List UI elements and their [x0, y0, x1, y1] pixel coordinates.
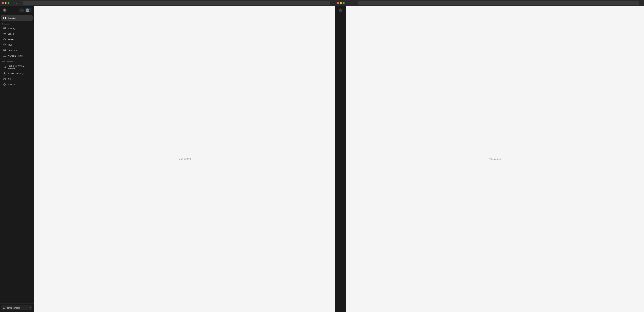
sidebar-item-consul-label: Consul	[8, 33, 14, 35]
traffic-lights-right	[337, 2, 345, 4]
sidebar-item-terraform[interactable]: Terraform	[1, 48, 33, 53]
org-selector[interactable]: acme-sandbox ▾	[1, 305, 32, 311]
hvn-icon	[3, 66, 6, 68]
svg-rect-12	[4, 78, 6, 80]
help-button[interactable]: ? ▾	[19, 8, 24, 12]
sidebar-item-overview-label: Overview	[8, 17, 16, 19]
page-content-left: Page content	[178, 158, 191, 160]
sidebar-item-waypoint[interactable]: Waypoint Beta	[1, 53, 33, 58]
sidebar-item-boundry-label: Boundry	[8, 27, 16, 29]
hashicorp-logo-right: H	[338, 8, 343, 13]
svg-text:H: H	[340, 9, 341, 11]
svg-point-8	[4, 67, 4, 67]
forward-button[interactable]: ›	[15, 1, 18, 4]
sidebar-item-settings-label: Settings	[8, 83, 15, 86]
settings-icon	[3, 83, 6, 86]
window-right: ‹ › H Page content	[335, 0, 644, 312]
svg-text:H: H	[4, 9, 6, 11]
title-bar-right: ‹ ›	[335, 0, 644, 6]
svg-rect-2	[5, 17, 6, 18]
sidebar-item-overview[interactable]: Overview	[1, 15, 33, 20]
hamburger-line-2	[339, 17, 342, 17]
boundry-icon	[3, 27, 6, 30]
sidebar-item-billing[interactable]: Billing	[1, 76, 33, 82]
traffic-lights-left	[2, 2, 10, 4]
sidebar-item-boundry[interactable]: Boundry	[1, 26, 33, 31]
svg-point-9	[5, 66, 6, 67]
svg-point-6	[4, 33, 6, 35]
url-bar-right[interactable]	[358, 1, 639, 5]
nav-arrows: ‹ ›	[11, 1, 18, 4]
services-section-label: Services	[0, 21, 34, 25]
svg-point-10	[5, 67, 6, 68]
avatar	[26, 8, 29, 12]
back-button[interactable]: ‹	[11, 1, 14, 4]
sidebar-item-packer-label: Packer	[8, 38, 14, 40]
header-controls: ? ▾ ▾	[19, 8, 32, 12]
hashicorp-logo: H	[2, 8, 7, 13]
hamburger-line-1	[339, 16, 342, 16]
hamburger-menu-button[interactable]	[338, 15, 342, 18]
consul-icon	[3, 32, 6, 35]
sidebar-item-consul[interactable]: Consul	[1, 31, 33, 36]
sidebar-footer: acme-sandbox ▾	[0, 303, 34, 312]
sidebar-item-settings[interactable]: Settings	[1, 82, 33, 87]
main-content-right: Page content	[346, 6, 644, 312]
sidebar-item-billing-label: Billing	[8, 78, 13, 80]
close-button[interactable]	[2, 2, 4, 4]
svg-rect-1	[4, 17, 4, 18]
sidebar-header: H ? ▾ ▾	[0, 6, 34, 14]
vault-icon	[3, 43, 6, 46]
minimize-button-right[interactable]	[340, 2, 342, 4]
hamburger-line-3	[339, 17, 342, 18]
page-content-right: Page content	[488, 158, 502, 160]
overview-icon	[3, 16, 6, 19]
sidebar-item-iam-label: Access control (IAM)	[8, 72, 27, 75]
svg-rect-4	[5, 18, 6, 19]
app-shell-right: H Page content	[335, 6, 644, 312]
org-section-label: acme-sandbox	[0, 59, 34, 63]
sidebar-right: H	[335, 6, 346, 312]
title-bar-left: ‹ ›	[0, 0, 335, 6]
sidebar-item-terraform-label: Terraform	[8, 49, 17, 51]
sidebar-item-iam[interactable]: Access control (IAM)	[1, 71, 33, 76]
back-button-right[interactable]: ‹	[346, 1, 350, 4]
waypoint-icon	[3, 54, 6, 57]
user-chevron-icon: ▾	[30, 9, 30, 11]
billing-icon	[3, 78, 6, 80]
sidebar-item-waypoint-label: Waypoint	[8, 55, 16, 57]
packer-icon	[3, 38, 6, 41]
iam-icon	[3, 72, 6, 75]
svg-point-11	[4, 73, 5, 74]
waypoint-beta-badge: Beta	[18, 55, 23, 57]
nav-arrows-right: ‹ ›	[346, 1, 354, 4]
window-left: ‹ › H ? ▾	[0, 0, 335, 312]
org-chevron-icon: ▾	[30, 307, 31, 309]
url-bar[interactable]	[23, 1, 330, 5]
help-chevron-icon: ▾	[22, 9, 23, 11]
svg-rect-3	[4, 18, 4, 19]
app-shell-left: H ? ▾ ▾	[0, 6, 335, 312]
main-content-left: Page content	[34, 6, 335, 312]
sidebar-nav: Overview Services Boundry	[0, 14, 34, 303]
sidebar-left: H ? ▾ ▾	[0, 6, 34, 312]
forward-button-right[interactable]: ›	[350, 1, 354, 4]
svg-point-13	[4, 84, 5, 85]
help-icon: ?	[20, 9, 22, 11]
user-menu-button[interactable]: ▾	[25, 8, 32, 12]
svg-point-7	[4, 33, 5, 34]
avatar-image	[26, 8, 29, 12]
svg-rect-14	[3, 307, 5, 309]
sidebar-item-packer[interactable]: Packer	[1, 37, 33, 42]
terraform-icon	[3, 49, 6, 52]
sidebar-item-hvn-label: HashiCorp Virtual Networks	[8, 65, 30, 69]
sidebar-item-hvn[interactable]: HashiCorp Virtual Networks	[1, 63, 33, 71]
close-button-right[interactable]	[337, 2, 339, 4]
org-icon	[3, 306, 6, 309]
minimize-button[interactable]	[5, 2, 6, 4]
sidebar-item-vault-label: Vault	[8, 44, 12, 46]
maximize-button-right[interactable]	[343, 2, 345, 4]
maximize-button[interactable]	[8, 2, 10, 4]
org-selector-label: acme-sandbox	[7, 307, 20, 309]
sidebar-item-vault[interactable]: Vault	[1, 42, 33, 47]
